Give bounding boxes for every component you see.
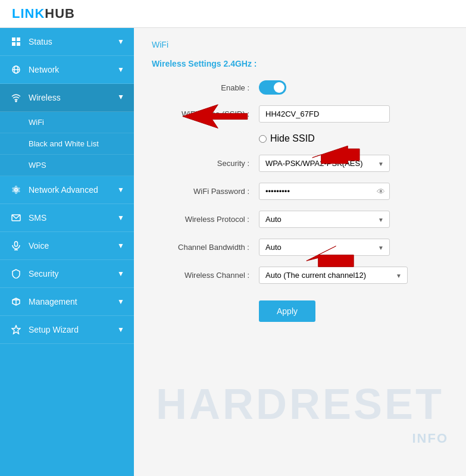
svg-rect-2 bbox=[12, 42, 15, 46]
header: LINKHUB bbox=[0, 0, 466, 28]
sidebar-label-voice: Voice bbox=[29, 241, 49, 250]
sidebar-label-wireless: Wireless bbox=[29, 93, 61, 102]
watermark-text: HARDRESET bbox=[156, 380, 444, 428]
logo-hub-part: HUB bbox=[45, 6, 75, 21]
main-layout: Status ▼ Network ▼ Wireless ▲ WiFi Black… bbox=[0, 28, 466, 476]
channel-bandwidth-select-wrap: Auto 20MHz 40MHz bbox=[259, 239, 390, 256]
envelope-icon bbox=[10, 211, 23, 224]
sidebar-item-network[interactable]: Network ▼ bbox=[0, 56, 134, 84]
sidebar-label-setup-wizard: Setup Wizard bbox=[29, 325, 79, 334]
content-area: WiFi Wireless Settings 2.4GHz : Enable :… bbox=[134, 28, 466, 476]
wifi-password-input[interactable] bbox=[259, 183, 390, 200]
sidebar-subitem-wifi-label: WiFi bbox=[29, 118, 44, 127]
sidebar-label-network: Network bbox=[29, 65, 59, 74]
gear-icon bbox=[10, 183, 23, 196]
hide-ssid-control: Hide SSID bbox=[259, 133, 448, 144]
sidebar-item-sms[interactable]: SMS ▼ bbox=[0, 204, 134, 232]
wifi-password-control: 👁 bbox=[259, 183, 448, 200]
chevron-down-icon: ▼ bbox=[117, 242, 124, 250]
wifi-name-label: WiFi Name (SSID) : bbox=[152, 109, 259, 118]
box-icon bbox=[10, 295, 23, 308]
wifi-name-input[interactable] bbox=[259, 105, 390, 123]
hide-ssid-radio[interactable] bbox=[259, 135, 267, 143]
form-row-enable: Enable : bbox=[152, 80, 448, 95]
star-icon bbox=[10, 323, 23, 336]
channel-bandwidth-control: Auto 20MHz 40MHz bbox=[259, 239, 448, 256]
svg-rect-1 bbox=[17, 37, 20, 41]
form-row-hide-ssid: Hide SSID bbox=[152, 133, 448, 144]
sidebar-label-management: Management bbox=[29, 297, 77, 306]
chevron-up-icon: ▲ bbox=[117, 93, 124, 102]
sidebar-item-network-advanced[interactable]: Network Advanced ▼ bbox=[0, 176, 134, 204]
enable-control bbox=[259, 80, 448, 95]
svg-rect-3 bbox=[17, 42, 20, 46]
security-select-wrap: WPA-PSK/WPA2-PSK(AES) WPA-PSK WPA2-PSK N… bbox=[259, 155, 390, 172]
breadcrumb: WiFi bbox=[152, 40, 448, 49]
grid-icon bbox=[10, 35, 23, 48]
eye-icon[interactable]: 👁 bbox=[377, 187, 385, 196]
section-title: Wireless Settings 2.4GHz : bbox=[152, 59, 448, 68]
wifi-icon bbox=[10, 91, 23, 104]
form-row-channel-bandwidth: Channel Bandwidth : Auto 20MHz 40MHz bbox=[152, 239, 448, 256]
chevron-down-icon: ▼ bbox=[117, 298, 124, 306]
form-row-wifi-name: WiFi Name (SSID) : bbox=[152, 105, 448, 123]
form-row-wireless-protocol: Wireless Protocol : Auto 802.11b 802.11g… bbox=[152, 211, 448, 228]
logo[interactable]: LINKHUB bbox=[12, 6, 75, 21]
sidebar-subitem-wifi[interactable]: WiFi bbox=[0, 112, 134, 133]
channel-bandwidth-label: Channel Bandwidth : bbox=[152, 243, 259, 252]
form-row-wifi-password: WiFi Password : 👁 bbox=[152, 183, 448, 200]
security-label: Security : bbox=[152, 159, 259, 168]
wireless-protocol-select-wrap: Auto 802.11b 802.11g 802.11n bbox=[259, 211, 390, 228]
sidebar-label-security: Security bbox=[29, 269, 59, 278]
enable-toggle[interactable] bbox=[259, 80, 286, 95]
wireless-channel-select[interactable]: Auto (The current channel12) 1 2 3 bbox=[259, 267, 408, 284]
wifi-name-control bbox=[259, 105, 448, 123]
sidebar-item-voice[interactable]: Voice ▼ bbox=[0, 232, 134, 260]
security-select[interactable]: WPA-PSK/WPA2-PSK(AES) WPA-PSK WPA2-PSK N… bbox=[259, 155, 390, 172]
sidebar-label-status: Status bbox=[29, 37, 52, 46]
chevron-down-icon: ▼ bbox=[117, 325, 124, 334]
chevron-down-icon: ▼ bbox=[117, 186, 124, 194]
sidebar-subitem-wps[interactable]: WPS bbox=[0, 155, 134, 176]
sidebar-subitem-blackwhitelist-label: Black and White List bbox=[29, 139, 99, 148]
microphone-icon bbox=[10, 239, 23, 252]
svg-marker-14 bbox=[12, 325, 20, 334]
chevron-down-icon: ▼ bbox=[117, 37, 124, 46]
chevron-down-icon: ▼ bbox=[117, 270, 124, 278]
enable-label: Enable : bbox=[152, 83, 259, 92]
security-control: WPA-PSK/WPA2-PSK(AES) WPA-PSK WPA2-PSK N… bbox=[259, 155, 448, 172]
sidebar-label-sms: SMS bbox=[29, 213, 46, 223]
sidebar-subitem-wps-label: WPS bbox=[29, 161, 46, 170]
form-row-apply: Apply bbox=[152, 295, 448, 322]
wireless-protocol-select[interactable]: Auto 802.11b 802.11g 802.11n bbox=[259, 211, 390, 228]
wireless-protocol-control: Auto 802.11b 802.11g 802.11n bbox=[259, 211, 448, 228]
password-wrap: 👁 bbox=[259, 183, 390, 200]
sidebar-item-wireless[interactable]: Wireless ▲ bbox=[0, 84, 134, 112]
wireless-channel-control: Auto (The current channel12) 1 2 3 bbox=[259, 267, 448, 284]
svg-rect-0 bbox=[12, 37, 15, 41]
wireless-channel-label: Wireless Channel : bbox=[152, 271, 259, 280]
watermark-info: INFO bbox=[412, 431, 448, 446]
form-row-wireless-channel: Wireless Channel : Auto (The current cha… bbox=[152, 267, 448, 284]
form-row-security: Security : WPA-PSK/WPA2-PSK(AES) WPA-PSK… bbox=[152, 155, 448, 172]
hide-ssid-label: Hide SSID bbox=[270, 133, 315, 144]
sidebar-item-management[interactable]: Management ▼ bbox=[0, 288, 134, 316]
chevron-down-icon: ▼ bbox=[117, 65, 124, 74]
svg-point-7 bbox=[15, 101, 17, 102]
svg-rect-9 bbox=[15, 242, 18, 246]
sidebar-label-network-advanced: Network Advanced bbox=[29, 185, 98, 195]
sidebar-item-setup-wizard[interactable]: Setup Wizard ▼ bbox=[0, 316, 134, 344]
chevron-down-icon: ▼ bbox=[117, 214, 124, 222]
channel-bandwidth-select[interactable]: Auto 20MHz 40MHz bbox=[259, 239, 390, 256]
sidebar-item-security[interactable]: Security ▼ bbox=[0, 260, 134, 288]
sidebar-subitem-black-white-list[interactable]: Black and White List bbox=[0, 133, 134, 155]
wireless-channel-select-wrap: Auto (The current channel12) 1 2 3 bbox=[259, 267, 408, 284]
globe-icon bbox=[10, 63, 23, 76]
wireless-protocol-label: Wireless Protocol : bbox=[152, 215, 259, 224]
logo-link-part: LINK bbox=[12, 6, 45, 21]
wifi-password-label: WiFi Password : bbox=[152, 187, 259, 196]
apply-button[interactable]: Apply bbox=[259, 300, 315, 322]
sidebar-item-status[interactable]: Status ▼ bbox=[0, 28, 134, 56]
shield-icon bbox=[10, 267, 23, 280]
sidebar: Status ▼ Network ▼ Wireless ▲ WiFi Black… bbox=[0, 28, 134, 476]
